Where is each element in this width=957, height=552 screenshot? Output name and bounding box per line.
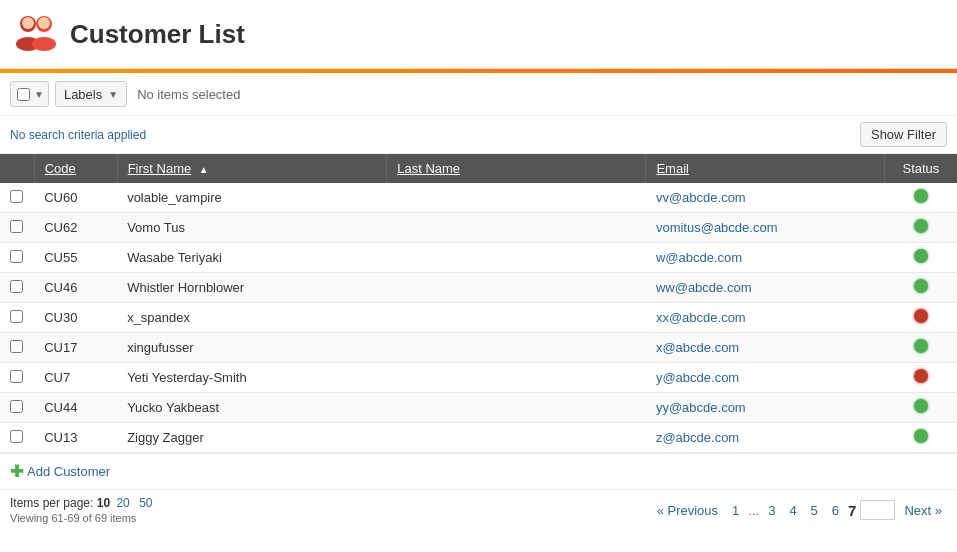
page-title: Customer List	[70, 19, 245, 50]
row-checkbox[interactable]	[10, 430, 23, 443]
table-row: CU13 Ziggy Zagger z@abcde.com	[0, 423, 957, 453]
row-checkbox[interactable]	[10, 250, 23, 263]
email-link[interactable]: vomitus@abcde.com	[656, 220, 778, 235]
status-dot	[914, 309, 928, 323]
email-link[interactable]: x@abcde.com	[656, 340, 739, 355]
row-status	[884, 273, 957, 303]
labels-button[interactable]: Labels ▼	[55, 81, 127, 107]
page-3-link[interactable]: 3	[763, 501, 780, 520]
customers-icon	[12, 10, 60, 58]
table-row: CU60 volable_vampire vv@abcde.com	[0, 183, 957, 213]
email-link[interactable]: vv@abcde.com	[656, 190, 746, 205]
email-link[interactable]: ww@abcde.com	[656, 280, 752, 295]
plus-icon: ✚	[10, 462, 23, 481]
row-status	[884, 243, 957, 273]
table-row: CU17 xingufusser x@abcde.com	[0, 333, 957, 363]
labels-arrow-icon: ▼	[108, 89, 118, 100]
status-dot	[914, 279, 928, 293]
row-firstname: Yucko Yakbeast	[117, 393, 387, 423]
row-checkbox[interactable]	[10, 340, 23, 353]
th-checkbox	[0, 154, 34, 183]
table-row: CU46 Whistler Hornblower ww@abcde.com	[0, 273, 957, 303]
svg-point-4	[22, 17, 34, 29]
svg-point-5	[38, 17, 50, 29]
row-checkbox[interactable]	[10, 310, 23, 323]
current-page-number: 7	[848, 502, 856, 519]
row-code: CU17	[34, 333, 117, 363]
items-per-page-label: Items per page:	[10, 496, 93, 510]
row-checkbox-cell	[0, 183, 34, 213]
row-email: y@abcde.com	[646, 363, 884, 393]
no-criteria-text: No search criteria applied	[10, 128, 146, 142]
row-email: vv@abcde.com	[646, 183, 884, 213]
row-checkbox[interactable]	[10, 370, 23, 383]
table-row: CU55 Wasabe Teriyaki w@abcde.com	[0, 243, 957, 273]
th-email[interactable]: Email	[646, 154, 884, 183]
row-checkbox-cell	[0, 333, 34, 363]
status-dot	[914, 189, 928, 203]
email-link[interactable]: w@abcde.com	[656, 250, 742, 265]
checkbox-dropdown-arrow[interactable]: ▼	[34, 89, 44, 100]
row-email: x@abcde.com	[646, 333, 884, 363]
email-link[interactable]: yy@abcde.com	[656, 400, 746, 415]
email-link[interactable]: xx@abcde.com	[656, 310, 746, 325]
row-checkbox[interactable]	[10, 400, 23, 413]
row-checkbox-cell	[0, 363, 34, 393]
th-status: Status	[884, 154, 957, 183]
table-footer: ✚ Add Customer	[0, 453, 957, 489]
prev-page-link[interactable]: « Previous	[652, 501, 723, 520]
status-dot	[914, 249, 928, 263]
add-customer-label: Add Customer	[27, 464, 110, 479]
sort-arrow-icon: ▲	[199, 164, 209, 175]
select-all-checkbox[interactable]	[17, 88, 30, 101]
table-row: CU44 Yucko Yakbeast yy@abcde.com	[0, 393, 957, 423]
row-status	[884, 363, 957, 393]
row-firstname: Yeti Yesterday-Smith	[117, 363, 387, 393]
table-row: CU62 Vomo Tus vomitus@abcde.com	[0, 213, 957, 243]
row-email: yy@abcde.com	[646, 393, 884, 423]
th-firstname[interactable]: First Name ▲	[117, 154, 387, 183]
add-customer-link[interactable]: ✚ Add Customer	[10, 462, 110, 481]
left-footer: Items per page: 10 20 50 Viewing 61-69 o…	[10, 496, 156, 524]
row-checkbox[interactable]	[10, 280, 23, 293]
page-5-link[interactable]: 5	[806, 501, 823, 520]
row-code: CU44	[34, 393, 117, 423]
row-email: vomitus@abcde.com	[646, 213, 884, 243]
th-lastname[interactable]: Last Name	[387, 154, 646, 183]
row-checkbox[interactable]	[10, 190, 23, 203]
filter-bar: No search criteria applied Show Filter	[0, 116, 957, 154]
page-jump-input[interactable]	[860, 500, 895, 520]
row-lastname	[387, 213, 646, 243]
next-page-link[interactable]: Next »	[899, 501, 947, 520]
items-per-page-20[interactable]: 20	[116, 496, 129, 510]
row-lastname	[387, 243, 646, 273]
items-per-page-current[interactable]: 10	[97, 496, 110, 510]
row-lastname	[387, 303, 646, 333]
page-4-link[interactable]: 4	[784, 501, 801, 520]
row-email: ww@abcde.com	[646, 273, 884, 303]
row-checkbox-cell	[0, 243, 34, 273]
table-header-row: Code First Name ▲ Last Name Email Status	[0, 154, 957, 183]
row-status	[884, 423, 957, 453]
email-link[interactable]: z@abcde.com	[656, 430, 739, 445]
row-lastname	[387, 333, 646, 363]
row-email: z@abcde.com	[646, 423, 884, 453]
email-link[interactable]: y@abcde.com	[656, 370, 739, 385]
page-1-link[interactable]: 1	[727, 501, 744, 520]
row-code: CU7	[34, 363, 117, 393]
viewing-text: Viewing 61-69 of 69 items	[10, 512, 156, 524]
select-checkbox-btn[interactable]: ▼	[10, 81, 49, 107]
toolbar: ▼ Labels ▼ No items selected	[0, 73, 957, 116]
th-code[interactable]: Code	[34, 154, 117, 183]
items-per-page: Items per page: 10 20 50	[10, 496, 156, 510]
row-firstname: x_spandex	[117, 303, 387, 333]
show-filter-button[interactable]: Show Filter	[860, 122, 947, 147]
page-6-link[interactable]: 6	[827, 501, 844, 520]
items-per-page-50[interactable]: 50	[139, 496, 152, 510]
row-checkbox[interactable]	[10, 220, 23, 233]
row-email: w@abcde.com	[646, 243, 884, 273]
row-firstname: Vomo Tus	[117, 213, 387, 243]
row-email: xx@abcde.com	[646, 303, 884, 333]
th-firstname-label: First Name	[128, 161, 192, 176]
th-status-label: Status	[903, 161, 940, 176]
